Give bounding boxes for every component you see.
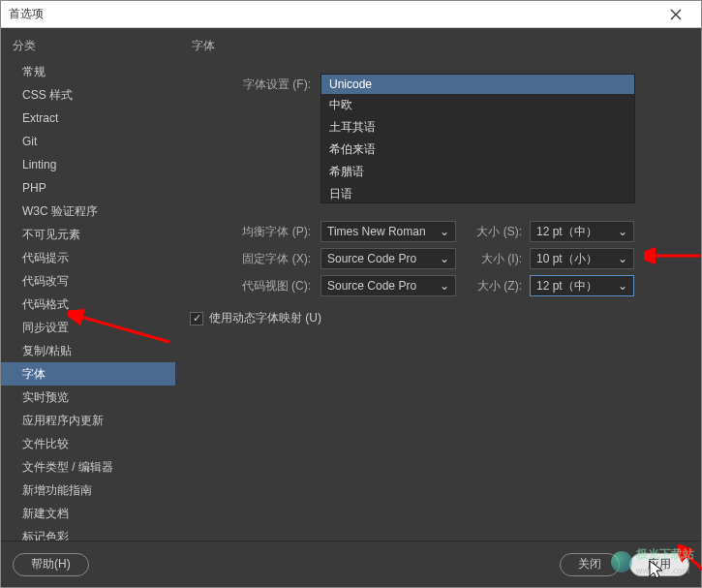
fixed-size-value: 10 pt（小） — [536, 251, 597, 267]
main-panel: 字体 字体设置 (F): Unicode中欧土耳其语希伯来语希腊语日语韩鮮语 均… — [175, 28, 701, 541]
dynamic-mapping-checkbox[interactable] — [190, 312, 203, 325]
sidebar-item[interactable]: 不可见元素 — [1, 223, 175, 246]
sidebar-item[interactable]: PHP — [1, 176, 175, 200]
panel-title: 字体 — [190, 38, 682, 54]
dialog-footer: 帮助(H) 关闭 应用 — [1, 541, 701, 587]
sidebar-item[interactable]: 标记色彩 — [1, 525, 175, 541]
font-settings-row: 字体设置 (F): Unicode中欧土耳其语希伯来语希腊语日语韩鮮语 — [190, 74, 682, 203]
sidebar-item[interactable]: 代码格式 — [1, 293, 175, 316]
sidebar-item[interactable]: Linting — [1, 153, 175, 176]
sidebar-item[interactable]: 字体 — [1, 362, 175, 386]
sidebar-item[interactable]: 同步设置 — [1, 316, 175, 339]
sidebar-item[interactable]: Git — [1, 130, 175, 153]
proportional-font-row: 均衡字体 (P): Times New Roman ⌄ 大小 (S): 12 p… — [190, 221, 682, 242]
chevron-down-icon: ⌄ — [618, 252, 627, 265]
sidebar-item[interactable]: 文件比较 — [1, 432, 175, 455]
proportional-font-value: Times New Roman — [327, 225, 426, 238]
sidebar-item[interactable]: W3C 验证程序 — [1, 200, 175, 223]
sidebar-item[interactable]: Extract — [1, 107, 175, 130]
listbox-item[interactable]: 土耳其语 — [321, 116, 634, 139]
sidebar-item[interactable]: 新增功能指南 — [1, 479, 175, 502]
fixed-font-select[interactable]: Source Code Pro ⌄ — [320, 248, 456, 269]
chevron-down-icon: ⌄ — [618, 225, 627, 238]
sidebar-item[interactable]: 新建文档 — [1, 502, 175, 525]
fixed-size-select[interactable]: 10 pt（小） ⌄ — [530, 248, 634, 269]
code-size-select[interactable]: 12 pt（中） ⌄ — [530, 275, 634, 296]
sidebar-item[interactable]: 复制/粘贴 — [1, 339, 175, 362]
code-font-label: 代码视图 (C): — [190, 278, 320, 294]
chevron-down-icon: ⌄ — [440, 225, 449, 238]
fixed-font-row: 固定字体 (X): Source Code Pro ⌄ 大小 (I): 10 p… — [190, 248, 682, 269]
help-button[interactable]: 帮助(H) — [13, 553, 89, 576]
listbox-item[interactable]: 日语 — [321, 183, 634, 203]
sidebar-item[interactable]: CSS 样式 — [1, 83, 175, 107]
code-size-value: 12 pt（中） — [536, 278, 597, 294]
proportional-font-label: 均衡字体 (P): — [190, 224, 320, 240]
chevron-down-icon: ⌄ — [440, 252, 449, 265]
listbox-item[interactable]: 希腊语 — [321, 161, 634, 183]
proportional-size-select[interactable]: 12 pt（中） ⌄ — [530, 221, 634, 242]
listbox-item[interactable]: 希伯来语 — [321, 139, 634, 161]
category-sidebar: 分类 常规CSS 样式ExtractGitLintingPHPW3C 验证程序不… — [1, 28, 175, 541]
font-settings-listbox[interactable]: Unicode中欧土耳其语希伯来语希腊语日语韩鮮语 — [320, 74, 635, 203]
close-window-button[interactable] — [658, 2, 693, 27]
close-button[interactable]: 关闭 — [560, 553, 620, 576]
chevron-down-icon: ⌄ — [618, 279, 627, 293]
sidebar-item[interactable]: 代码改写 — [1, 269, 175, 293]
code-font-select[interactable]: Source Code Pro ⌄ — [320, 275, 456, 296]
code-font-row: 代码视图 (C): Source Code Pro ⌄ 大小 (Z): 12 p… — [190, 275, 682, 296]
proportional-size-label: 大小 (S): — [473, 224, 530, 240]
sidebar-item[interactable]: 应用程序内更新 — [1, 409, 175, 432]
fixed-font-value: Source Code Pro — [327, 252, 416, 265]
sidebar-item[interactable]: 实时预览 — [1, 386, 175, 409]
sidebar-item[interactable]: 常规 — [1, 60, 175, 83]
fixed-font-label: 固定字体 (X): — [190, 251, 320, 267]
category-list[interactable]: 常规CSS 样式ExtractGitLintingPHPW3C 验证程序不可见元… — [1, 60, 175, 541]
window-title: 首选项 — [9, 6, 658, 22]
close-icon — [670, 9, 682, 20]
listbox-item[interactable]: 中欧 — [321, 94, 634, 116]
dialog-body: 分类 常规CSS 样式ExtractGitLintingPHPW3C 验证程序不… — [1, 28, 701, 541]
titlebar: 首选项 — [1, 1, 701, 28]
dynamic-mapping-row: 使用动态字体映射 (U) — [190, 310, 682, 326]
proportional-font-select[interactable]: Times New Roman ⌄ — [320, 221, 456, 242]
proportional-size-value: 12 pt（中） — [536, 224, 597, 240]
code-size-label: 大小 (Z): — [473, 278, 530, 294]
sidebar-item[interactable]: 代码提示 — [1, 246, 175, 269]
font-settings-label: 字体设置 (F): — [190, 74, 320, 93]
apply-button[interactable]: 应用 — [629, 553, 689, 576]
fixed-size-label: 大小 (I): — [473, 251, 530, 267]
preferences-window: 首选项 分类 常规CSS 样式ExtractGitLintingPHPW3C 验… — [0, 0, 702, 588]
code-font-value: Source Code Pro — [327, 279, 416, 293]
sidebar-header: 分类 — [1, 28, 175, 60]
dynamic-mapping-label: 使用动态字体映射 (U) — [209, 310, 321, 326]
listbox-item[interactable]: Unicode — [321, 75, 634, 94]
sidebar-item[interactable]: 文件类型 / 编辑器 — [1, 455, 175, 479]
chevron-down-icon: ⌄ — [440, 279, 449, 293]
